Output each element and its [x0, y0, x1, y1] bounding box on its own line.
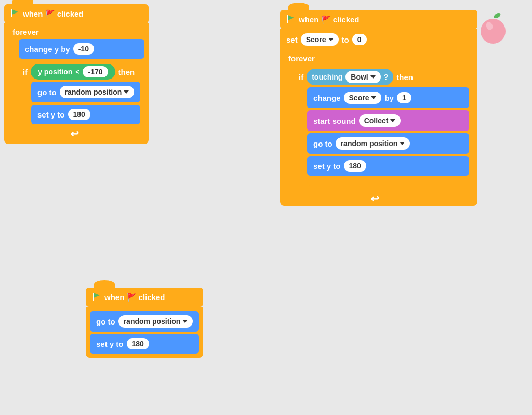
- group3-score-arrow: [328, 38, 334, 41]
- group3-repeat-arrow: ↩: [284, 191, 473, 206]
- group3-sound-label: start sound: [313, 116, 356, 125]
- group3-change-var: Score: [349, 94, 369, 102]
- group3-goto: go to random position: [307, 133, 469, 154]
- group2-hat-label: when 🚩 clicked: [104, 293, 165, 302]
- group1-hat-label: when 🚩 clicked: [23, 9, 84, 19]
- group3-goto-val: random position: [341, 139, 398, 148]
- group3-forever-label: forever: [284, 53, 315, 63]
- group1-condition: y position < -170: [31, 64, 115, 80]
- group1-goto-dropdown[interactable]: random position: [60, 86, 135, 98]
- group1-goto-label: go to: [37, 88, 57, 97]
- group2-goto: go to random position: [90, 311, 199, 332]
- group1-forever-label: forever: [8, 27, 39, 36]
- group2-goto-val: random position: [124, 317, 181, 326]
- group2-goto-label: go to: [96, 317, 115, 326]
- group3-score-dropdown[interactable]: Score: [301, 33, 339, 46]
- group3-if-label: if: [299, 73, 303, 82]
- group2-body: go to random position set y to 180: [86, 307, 203, 358]
- group1-sety-val: 180: [68, 109, 90, 120]
- group3-to-label: to: [342, 35, 349, 44]
- group3-goto-arrow: [400, 142, 405, 145]
- group1-change-y-val: -10: [73, 43, 94, 55]
- svg-point-7: [481, 19, 506, 44]
- group3-hat-label: when 🚩 clicked: [299, 15, 360, 24]
- group1-forever-container: forever change y by -10 if y position < …: [4, 23, 149, 144]
- group3-forever-container: forever if touching Bowl ? then: [280, 50, 477, 206]
- group3-if-bottom: [307, 178, 473, 186]
- group3-set-score-row: set Score to 0: [280, 29, 477, 50]
- group3-touching-condition: touching Bowl ?: [307, 69, 393, 85]
- group2-hat: when 🚩 clicked: [86, 288, 203, 307]
- group1-if-container: if y position < -170 then go to random p…: [19, 61, 144, 127]
- flag-icon-3: [286, 14, 296, 25]
- group1-y-val: -170: [83, 66, 108, 77]
- group3-sound-val: Collect: [364, 116, 389, 125]
- group1-sety-label: set y to: [37, 110, 65, 119]
- group1-y-pos-label: y position: [38, 68, 72, 76]
- group3-sety: set y to 180: [307, 156, 469, 176]
- group3-goto-dropdown[interactable]: random position: [336, 137, 410, 150]
- group1-script: when 🚩 clicked forever change y by -10 i…: [4, 4, 149, 144]
- group3-sety-val: 180: [344, 160, 366, 172]
- group3-if-row: if touching Bowl ? then: [299, 69, 469, 85]
- svg-point-6: [493, 12, 501, 19]
- group1-then-blocks: go to random position set y to 180: [31, 82, 140, 124]
- group3-sound-arrow: [390, 119, 395, 122]
- group1-hat: when 🚩 clicked: [4, 4, 149, 23]
- group3-then-label: then: [396, 73, 413, 82]
- group1-if-row: if y position < -170 then: [23, 64, 140, 80]
- group2-script: when 🚩 clicked go to random position set…: [86, 288, 203, 358]
- group2-sety: set y to 180: [90, 334, 199, 354]
- group1-change-y-label: change y by: [25, 45, 70, 54]
- flag-icon: [10, 8, 20, 19]
- group3-start-sound: start sound Collect: [307, 110, 469, 131]
- group1-goto: go to random position: [31, 82, 140, 102]
- group3-hat: when 🚩 clicked: [280, 10, 477, 29]
- group3-change-score: change Score by 1: [307, 87, 469, 108]
- group3-sound-dropdown[interactable]: Collect: [359, 114, 401, 127]
- group3-by-label: by: [384, 94, 394, 102]
- svg-marker-0: [12, 9, 18, 15]
- group3-score-var: Score: [306, 35, 326, 44]
- group3-question: ?: [384, 73, 389, 81]
- svg-marker-2: [94, 293, 100, 298]
- group3-bowl-val: Bowl: [351, 73, 368, 81]
- group2-inner: go to random position set y to 180: [90, 311, 199, 354]
- group1-change-y: change y by -10: [19, 39, 144, 59]
- group3-goto-label: go to: [313, 139, 332, 148]
- group1-then-label: then: [118, 68, 135, 76]
- group2-sety-label: set y to: [96, 340, 124, 348]
- group3-by-val: 1: [397, 92, 411, 103]
- group2-goto-arrow: [182, 320, 188, 323]
- group1-repeat-arrow: ↩: [8, 127, 144, 140]
- group3-change-arrow: [371, 96, 376, 99]
- group1-goto-val: random position: [65, 88, 122, 96]
- group3-touching-dropdown[interactable]: Bowl: [345, 71, 380, 83]
- group3-bowl-arrow: [370, 75, 376, 79]
- svg-marker-4: [288, 15, 294, 20]
- group3-change-label: change: [313, 94, 341, 102]
- group2-sety-val: 180: [127, 338, 149, 349]
- flag-icon-2: [92, 292, 101, 303]
- group2-goto-dropdown[interactable]: random position: [118, 315, 193, 328]
- group1-less-than: <: [75, 68, 79, 76]
- group3-set-label: set: [286, 35, 298, 44]
- group3-sety-label: set y to: [313, 162, 341, 171]
- group3-score-val: 0: [352, 34, 367, 45]
- group3-change-dropdown[interactable]: Score: [344, 92, 382, 104]
- group3-inner: if touching Bowl ? then change: [295, 66, 473, 191]
- group1-goto-arrow: [124, 90, 129, 94]
- group3-then-blocks: change Score by 1 start sound Collect: [307, 87, 469, 186]
- group1-sety: set y to 180: [31, 105, 140, 124]
- group3-script: when 🚩 clicked set Score to 0 forever if…: [280, 10, 477, 206]
- apple-sprite: [475, 10, 511, 47]
- group3-touching-label: touching: [312, 73, 342, 81]
- group3-if-container: if touching Bowl ? then change: [295, 66, 473, 189]
- group1-if-label: if: [23, 68, 28, 76]
